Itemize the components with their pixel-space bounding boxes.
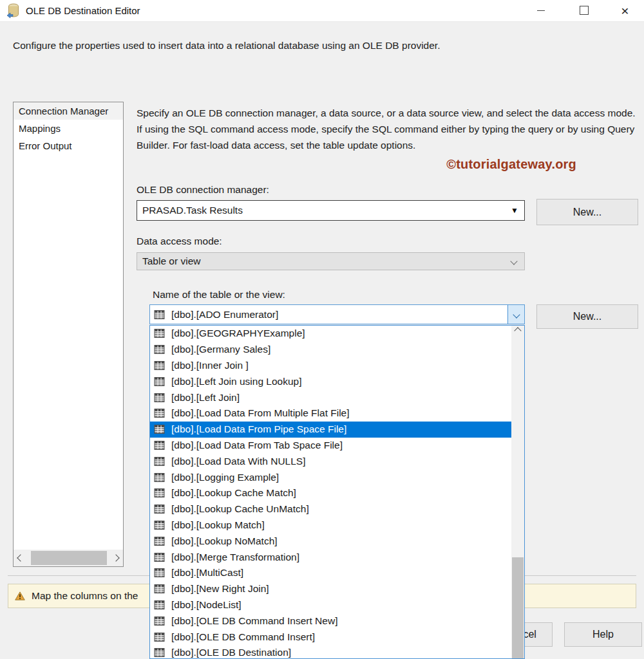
table-list-item[interactable]: [dbo].[Inner Join ] — [150, 358, 511, 374]
table-list-item-label: [dbo].[GEOGRAPHYExample] — [171, 328, 305, 339]
sidebar-horizontal-scrollbar[interactable] — [14, 550, 123, 566]
table-list-item[interactable]: [dbo].[Load Data From Tab Space File] — [150, 438, 511, 454]
new-table-button[interactable]: New... — [536, 304, 638, 329]
table-list-item[interactable]: [dbo].[Load Data From Multiple Flat File… — [150, 405, 511, 422]
data-access-mode-combobox[interactable]: Table or view — [137, 252, 525, 270]
table-list-item-label: [dbo].[NodeList] — [171, 599, 242, 611]
data-access-mode-label: Data access mode: — [137, 236, 222, 247]
data-access-mode-value: Table or view — [142, 255, 200, 267]
table-icon — [154, 456, 165, 467]
table-icon — [154, 393, 165, 403]
table-list-item[interactable]: [dbo].[OLE DB Command Insert] — [150, 629, 511, 645]
table-list-item[interactable]: [dbo].[MultiCast] — [150, 565, 511, 581]
table-list-item[interactable]: [dbo].[OLE DB Destination] — [150, 645, 511, 659]
table-list-item-label: [dbo].[Load Data From Pipe Space File] — [171, 423, 346, 435]
sidebar-item-connection-manager[interactable]: Connection Manager — [14, 102, 123, 120]
connection-manager-combobox[interactable]: PRASAD.Task Results ▼ — [137, 200, 525, 221]
table-name-value: [dbo].[ADO Enumerator] — [171, 309, 278, 320]
title-bar: OLE DB Destination Editor × — [0, 0, 644, 22]
connection-manager-label: OLE DB connection manager: — [137, 184, 269, 196]
table-icon — [154, 310, 165, 320]
table-list-item[interactable]: [dbo].[OLE DB Command Insert New] — [150, 613, 511, 629]
scroll-up-icon[interactable] — [511, 328, 524, 333]
table-list-item[interactable]: [dbo].[Lookup Match] — [150, 517, 511, 534]
chevron-down-icon — [510, 257, 517, 265]
table-icon — [154, 647, 165, 658]
table-icon — [154, 504, 165, 514]
table-icon — [154, 632, 165, 642]
table-list-item[interactable]: [dbo].[Germany Sales] — [150, 342, 511, 358]
dialog-description: Configure the properties used to insert … — [13, 40, 612, 51]
table-list-item[interactable]: [dbo].[Load Data With NULLS] — [150, 453, 511, 469]
table-icon — [154, 408, 165, 418]
table-name-dropdown-button[interactable] — [507, 305, 524, 324]
table-list-item-label: [dbo].[Merge Transformation] — [171, 552, 299, 563]
scroll-left-icon[interactable] — [14, 550, 28, 566]
window-title: OLE DB Destination Editor — [26, 5, 140, 16]
table-list-item[interactable]: [dbo].[Left Join using Lookup] — [150, 373, 511, 389]
table-list-item-label: [dbo].[MultiCast] — [171, 567, 243, 579]
table-icon — [154, 440, 165, 450]
table-list-item[interactable]: [dbo].[New Right Join] — [150, 581, 511, 597]
table-list-item[interactable]: [dbo].[Left Join] — [150, 389, 511, 405]
minimize-button[interactable] — [520, 0, 562, 21]
dropdown-arrow-icon: ▼ — [511, 206, 518, 215]
warning-text: Map the columns on the — [32, 590, 138, 602]
table-list-item[interactable]: [dbo].[Load Data From Pipe Space File] — [150, 422, 511, 438]
table-icon — [154, 552, 165, 562]
table-icon — [154, 376, 165, 387]
table-icon — [154, 520, 165, 530]
page-instructions: Specify an OLE DB connection manager, a … — [137, 105, 638, 153]
table-icon — [154, 424, 165, 434]
table-list-item-label: [dbo].[Left Join] — [171, 392, 240, 404]
table-icon — [154, 600, 165, 610]
table-icon — [154, 584, 165, 594]
table-list-item-label: [dbo].[Load Data With NULLS] — [171, 456, 306, 467]
table-list-item-label: [dbo].[Inner Join ] — [171, 360, 249, 371]
table-list-item-label: [dbo].[Logging Example] — [171, 472, 279, 483]
sidebar-item-error-output[interactable]: Error Output — [14, 137, 123, 154]
table-name-combobox[interactable]: [dbo].[ADO Enumerator] — [149, 304, 525, 324]
dropdown-vertical-scrollbar[interactable] — [511, 326, 524, 658]
scroll-right-icon[interactable] — [109, 550, 123, 566]
table-list-item[interactable]: [dbo].[Logging Example] — [150, 469, 511, 485]
table-list-item[interactable]: [dbo].[NodeList] — [150, 597, 511, 613]
table-name-label: Name of the table or the view: — [153, 289, 285, 301]
table-list-item[interactable]: [dbo].[Lookup NoMatch] — [150, 533, 511, 549]
new-connection-button[interactable]: New... — [536, 199, 638, 225]
table-dropdown-list: [dbo].[GEOGRAPHYExample] [dbo].[Germany … — [149, 325, 525, 659]
table-icon — [154, 328, 165, 339]
table-icon — [154, 360, 165, 371]
ole-db-destination-editor-dialog: OLE DB Destination Editor × Configure th… — [0, 0, 644, 659]
table-list-item-label: [dbo].[Lookup NoMatch] — [171, 535, 278, 547]
database-icon — [6, 3, 20, 19]
connection-manager-value: PRASAD.Task Results — [142, 205, 243, 216]
table-list-item-label: [dbo].[OLE DB Destination] — [171, 647, 291, 658]
maximize-button[interactable] — [562, 0, 606, 21]
table-icon — [154, 488, 165, 498]
close-button[interactable]: × — [606, 0, 644, 21]
table-list-item-label: [dbo].[Lookup Match] — [171, 519, 265, 531]
table-list-item-label: [dbo].[Load Data From Tab Space File] — [171, 440, 343, 451]
table-list-item[interactable]: [dbo].[Lookup Cache Match] — [150, 485, 511, 501]
table-list-item[interactable]: [dbo].[Merge Transformation] — [150, 549, 511, 565]
table-list-item[interactable]: [dbo].[Lookup Cache UnMatch] — [150, 501, 511, 517]
sidebar-item-mappings[interactable]: Mappings — [14, 120, 123, 137]
table-list-item-label: [dbo].[OLE DB Command Insert New] — [171, 615, 337, 627]
help-button[interactable]: Help — [564, 622, 642, 647]
table-list-item-label: [dbo].[OLE DB Command Insert] — [171, 631, 315, 643]
table-list-item-label: [dbo].[Lookup Cache UnMatch] — [171, 503, 309, 515]
table-icon — [154, 344, 165, 355]
table-list-item-label: [dbo].[New Right Join] — [171, 583, 269, 595]
table-icon — [154, 536, 165, 546]
table-list-item-label: [dbo].[Lookup Cache Match] — [171, 487, 296, 499]
scrollbar-thumb[interactable] — [512, 557, 524, 658]
table-icon — [154, 472, 165, 483]
table-list-item[interactable]: [dbo].[GEOGRAPHYExample] — [150, 326, 511, 342]
table-icon — [154, 616, 165, 626]
table-list-item-label: [dbo].[Left Join using Lookup] — [171, 376, 302, 387]
table-list-item-label: [dbo].[Germany Sales] — [171, 344, 270, 355]
scrollbar-thumb[interactable] — [31, 551, 107, 565]
warning-icon — [15, 591, 25, 600]
table-icon — [154, 568, 165, 578]
